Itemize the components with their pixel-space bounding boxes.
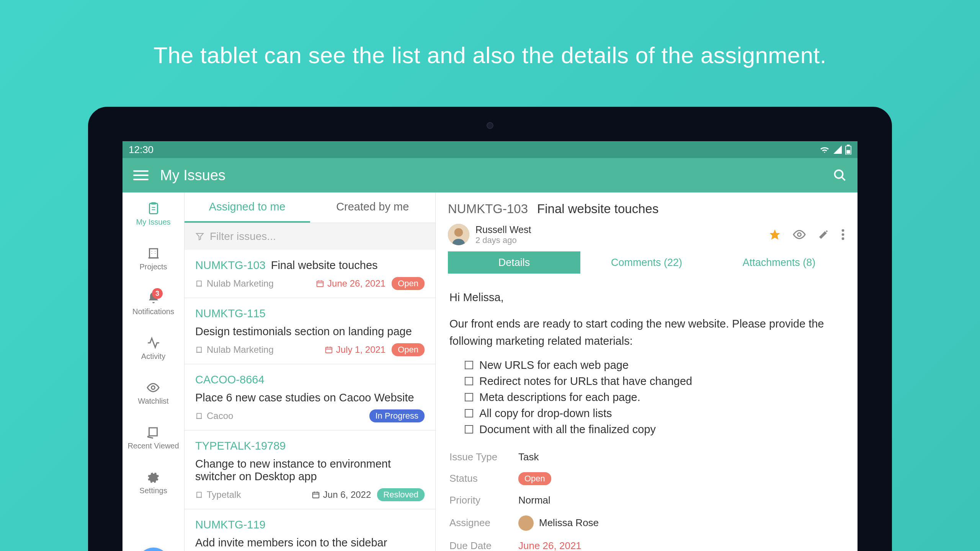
author-time: 2 days ago <box>475 235 531 245</box>
meta-value-type: Task <box>518 451 539 463</box>
detail-issue-key: NUMKTG-103 <box>448 202 528 216</box>
screen: 12:30 My Issues My Issues <box>122 141 858 551</box>
more-button[interactable] <box>841 228 845 241</box>
watch-button[interactable] <box>792 228 806 241</box>
issue-title: Change to new instance to environment sw… <box>195 458 425 483</box>
svg-point-3 <box>835 170 843 178</box>
issue-project: Cacoo <box>195 411 233 421</box>
issue-item[interactable]: NUMKTG-115Design testimonials section on… <box>185 298 435 364</box>
meta-value-due: June 26, 2021 <box>518 540 581 551</box>
svg-rect-24 <box>197 347 201 352</box>
sidebar: My Issues Projects 3 Notifications Activ… <box>122 192 185 551</box>
sidebar-item-activity[interactable]: Activity <box>141 336 165 361</box>
meta-label-due: Due Date <box>449 540 518 551</box>
eye-icon <box>146 381 160 395</box>
svg-rect-26 <box>326 347 332 353</box>
checklist-text: Document with all the finalized copy <box>479 423 656 436</box>
tab-assigned[interactable]: Assigned to me <box>185 192 310 223</box>
meta-value-priority: Normal <box>518 494 550 506</box>
checklist-item[interactable]: Redirect notes for URLs that have change… <box>465 375 844 388</box>
star-button[interactable] <box>769 228 781 241</box>
svg-line-4 <box>842 177 845 181</box>
tab-attachments[interactable]: Attachments (8) <box>713 251 845 274</box>
svg-rect-34 <box>313 492 319 498</box>
headline-text: The tablet can see the list and also the… <box>154 42 826 68</box>
activity-icon <box>147 336 160 350</box>
meta-label-type: Issue Type <box>449 451 518 463</box>
issue-title: Final website touches <box>271 259 378 272</box>
checklist: New URLS for each web pageRedirect notes… <box>465 359 844 436</box>
status-bar: 12:30 <box>122 141 858 158</box>
checklist-item[interactable]: Document with all the finalized copy <box>465 423 844 436</box>
meta-label-assignee: Assignee <box>449 517 518 529</box>
status-badge: Open <box>392 277 425 290</box>
sidebar-item-projects[interactable]: Projects <box>139 246 167 271</box>
issue-key: TYPETALK-19789 <box>195 440 286 452</box>
sidebar-item-label: Notifications <box>132 307 174 316</box>
tab-comments[interactable]: Comments (22) <box>580 251 713 274</box>
issue-project: Typetalk <box>195 489 241 500</box>
checklist-item[interactable]: Meta descriptions for each page. <box>465 391 844 404</box>
filter-icon <box>195 232 204 241</box>
tablet-camera <box>487 122 493 129</box>
svg-point-15 <box>152 386 155 390</box>
meta-value-status: Open <box>518 472 551 485</box>
intro-text: Our front ends are ready to start coding… <box>449 315 844 350</box>
issue-key: NUMKTG-103 <box>195 259 266 272</box>
meta-value-assignee: Melissa Rose <box>518 515 599 531</box>
meta-table: Issue TypeTask StatusOpen PriorityNormal… <box>449 447 844 551</box>
svg-point-41 <box>454 228 463 236</box>
checklist-text: Meta descriptions for each page. <box>479 391 640 404</box>
checkbox-icon <box>465 393 473 401</box>
notification-badge: 3 <box>152 288 163 299</box>
svg-point-46 <box>842 237 844 240</box>
svg-rect-5 <box>149 204 157 214</box>
issue-item[interactable]: CACOO-8664Place 6 new case studies on Ca… <box>185 364 435 430</box>
detail-issue-title: Final website touches <box>537 202 658 216</box>
issue-list[interactable]: NUMKTG-103Final website touches Nulab Ma… <box>185 250 435 551</box>
tablet-frame: 12:30 My Issues My Issues <box>88 107 892 551</box>
add-button[interactable]: + <box>137 548 170 551</box>
issue-item[interactable]: NUMKTG-119Add invite members icon to the… <box>185 509 435 551</box>
app-bar: My Issues <box>122 158 858 192</box>
issue-item[interactable]: TYPETALK-19789Change to new instance to … <box>185 430 435 509</box>
status-time: 12:30 <box>129 144 154 156</box>
status-badge: Resloved <box>377 488 425 501</box>
gear-icon <box>146 470 160 484</box>
checklist-item[interactable]: New URLS for each web page <box>465 359 844 372</box>
author-avatar[interactable] <box>448 224 469 245</box>
issue-item[interactable]: NUMKTG-103Final website touches Nulab Ma… <box>185 250 435 298</box>
checklist-text: All copy for drop-down lists <box>479 407 612 420</box>
svg-rect-2 <box>846 150 850 153</box>
sidebar-item-settings[interactable]: Settings <box>139 470 167 495</box>
sidebar-item-notifications[interactable]: 3 Notifications <box>132 291 174 316</box>
svg-rect-9 <box>149 249 157 258</box>
signal-icon <box>833 145 842 154</box>
issue-key: CACOO-8664 <box>195 373 265 386</box>
issue-title: Place 6 new case studies on Cacoo Websit… <box>195 391 414 404</box>
clipboard-icon <box>147 202 160 215</box>
sidebar-item-my-issues[interactable]: My Issues <box>136 202 170 227</box>
menu-button[interactable] <box>133 168 149 183</box>
tab-details[interactable]: Details <box>448 251 580 274</box>
svg-marker-42 <box>770 230 780 240</box>
svg-rect-32 <box>197 492 201 497</box>
issue-title: Design testimonials section on landing p… <box>195 325 412 338</box>
tab-created[interactable]: Created by me <box>310 192 436 223</box>
issue-key: NUMKTG-119 <box>195 518 266 531</box>
wifi-icon <box>819 145 830 154</box>
filter-bar[interactable]: Filter issues... <box>185 223 435 250</box>
search-button[interactable] <box>833 168 847 182</box>
issue-project: Nulab Marketing <box>195 278 274 289</box>
checkbox-icon <box>465 377 473 385</box>
sidebar-item-label: Watchlist <box>138 397 168 406</box>
sidebar-item-label: Settings <box>139 486 167 495</box>
sidebar-item-label: Activity <box>141 352 165 361</box>
svg-point-43 <box>798 233 801 236</box>
edit-button[interactable] <box>818 229 829 240</box>
checklist-item[interactable]: All copy for drop-down lists <box>465 407 844 420</box>
issue-key: NUMKTG-115 <box>195 307 266 320</box>
checklist-text: New URLS for each web page <box>479 359 629 372</box>
sidebar-item-recent[interactable]: Recent Viewed <box>127 425 179 450</box>
sidebar-item-watchlist[interactable]: Watchlist <box>138 381 168 406</box>
